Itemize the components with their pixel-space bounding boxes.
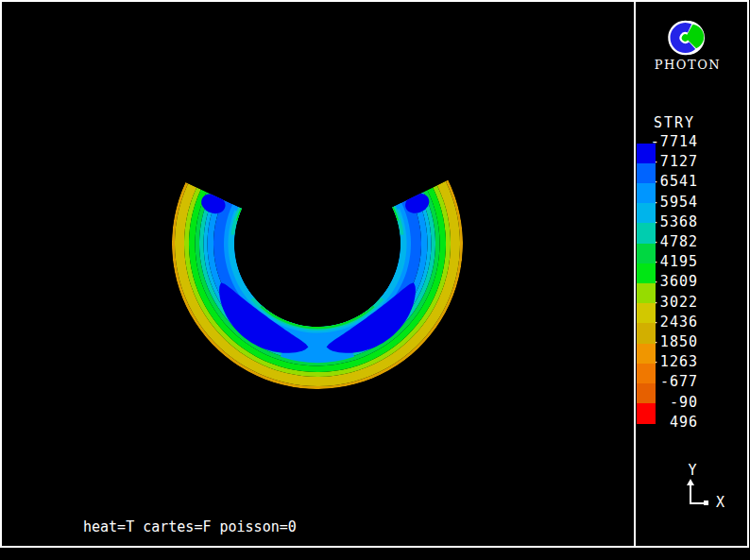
legend-color-swatch — [637, 344, 656, 365]
legend-value: -5954 — [623, 195, 698, 210]
contour-bands — [172, 179, 463, 389]
legend-color-swatch — [637, 364, 656, 384]
plot-canvas: heat=T cartes=F poisson=0 — [0, 0, 635, 548]
legend-title: STRY — [654, 114, 695, 131]
legend-value: -4782 — [623, 234, 698, 249]
legend-value: 496 — [623, 415, 698, 430]
legend-color-swatch — [637, 303, 656, 324]
photon-logo-icon — [666, 16, 709, 59]
legend-color-swatch — [637, 283, 656, 304]
legend-value: -7127 — [623, 154, 698, 169]
legend-value: -1850 — [623, 334, 698, 349]
legend-color-swatch — [637, 383, 656, 404]
legend-value: -7714 — [623, 134, 698, 149]
legend-value: -677 — [623, 374, 698, 389]
legend-value: -3022 — [623, 295, 698, 310]
legend-color-swatch — [637, 244, 656, 264]
x-axis-end-dot — [704, 501, 708, 505]
status-line: heat=T cartes=F poisson=0 — [83, 518, 297, 535]
legend-color-swatch — [637, 403, 656, 424]
frame-right — [747, 0, 749, 548]
legend-value: -6541 — [623, 174, 698, 189]
legend-color-swatch — [637, 263, 656, 284]
legend-value: -3609 — [623, 274, 698, 289]
legend-value: -4195 — [623, 254, 698, 269]
photon-window: heat=T cartes=F poisson=0 PHOTON STRY -7… — [0, 0, 750, 560]
legend-color-swatch — [637, 183, 656, 204]
app-name-label: PHOTON — [652, 58, 724, 72]
legend-color-swatch — [637, 144, 656, 164]
x-axis-label: X — [716, 494, 724, 511]
legend-value: -1263 — [623, 354, 698, 369]
y-axis-line — [690, 484, 691, 504]
legend-color-swatch — [637, 323, 656, 344]
contour-plot — [0, 0, 635, 548]
legend-value: -90 — [623, 395, 698, 410]
legend-color-swatch — [637, 203, 656, 224]
y-axis-label: Y — [686, 462, 699, 479]
legend-color-swatch — [637, 163, 656, 184]
legend-color-swatch — [637, 223, 656, 244]
legend-value: -5368 — [623, 214, 698, 229]
legend-value: -2436 — [623, 314, 698, 330]
